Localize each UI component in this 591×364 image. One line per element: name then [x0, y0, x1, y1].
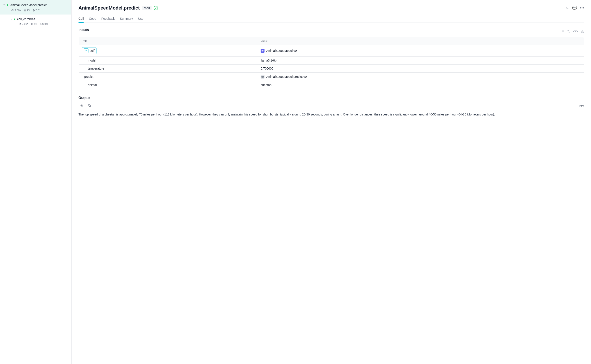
value-column-header: Value: [257, 37, 584, 45]
list-view-icon[interactable]: ≡: [562, 29, 564, 33]
more-options-icon[interactable]: •••: [580, 6, 584, 10]
path-cell-model: model: [79, 57, 258, 65]
path-cell-predict: › predict: [79, 73, 258, 81]
output-text: The top speed of a cheetah is approximat…: [79, 111, 584, 118]
path-cell-temperature: temperature: [79, 65, 258, 73]
clock-icon-child: ⏱: [19, 23, 21, 26]
self-value-text: AnimalSpeedModel:v0: [266, 49, 297, 52]
eye-icon[interactable]: ◎: [581, 29, 584, 34]
output-toolbar-icons: ✳ ⧉: [79, 103, 92, 109]
table-row-self: ∨ self AnimalSpeedMode: [79, 45, 584, 57]
predict-chevron-icon[interactable]: ›: [82, 75, 83, 78]
panel-header: AnimalSpeedModel.predict c5a8 ✓ ☺ 💬 •••: [79, 5, 584, 11]
value-cell-predict: AnimalSpeedModel.predict:v0: [257, 73, 584, 81]
inputs-table: Path Value ∨ self: [79, 37, 584, 89]
expand-icon[interactable]: ⇅: [567, 29, 570, 34]
table-row-predict: › predict AnimalSpeedM: [79, 73, 584, 81]
child-trace-title: call_cerebras: [17, 17, 35, 21]
child-trace-container: › ● call_cerebras ⏱ 2.00s ⊞ 93 $<0.01: [7, 14, 71, 28]
main-trace-cost: $<0.01: [33, 9, 41, 12]
main-trace-item[interactable]: ▾ ● AnimalSpeedModel.predict: [0, 0, 71, 8]
child-trace-time: ⏱ 2.00s: [19, 23, 28, 26]
table-row-model: model llama3.1-8b: [79, 57, 584, 65]
child-trace-cost: $<0.01: [40, 23, 48, 26]
self-path-cell: ∨ self: [82, 47, 97, 54]
self-label: self: [90, 49, 94, 52]
output-section: Output ✳ ⧉ Text The top speed of a cheet…: [79, 96, 584, 118]
tab-feedback[interactable]: Feedback: [101, 15, 115, 23]
main-trace-chevron[interactable]: ▾: [3, 3, 5, 6]
main-trace-time: ⏱ 3.00s: [11, 9, 21, 12]
table-row-temperature: temperature 0.700000: [79, 65, 584, 73]
predict-label: predict: [84, 75, 93, 78]
left-panel: ▾ ● AnimalSpeedModel.predict ⏱ 3.00s ⊞ 9…: [0, 0, 72, 364]
child-trace-meta: ⏱ 2.00s ⊞ 93 $<0.01: [7, 22, 71, 28]
main-trace-title: AnimalSpeedModel.predict: [10, 3, 47, 7]
main-trace-tokens: ⊞ 93: [24, 9, 29, 12]
panel-title-group: AnimalSpeedModel.predict c5a8 ✓: [79, 5, 158, 11]
clock-icon: ⏱: [11, 9, 14, 12]
code-view-icon[interactable]: </>: [573, 29, 578, 33]
tab-use[interactable]: Use: [138, 15, 144, 23]
panel-status-icon: ✓: [154, 6, 158, 10]
predict-icon: [261, 75, 264, 79]
output-toolbar: ✳ ⧉ Text: [79, 103, 584, 109]
main-trace-meta: ⏱ 3.00s ⊞ 93 $<0.01: [0, 8, 71, 14]
predict-value-text: AnimalSpeedModel.predict:v0: [266, 75, 307, 78]
predict-path-cell: › predict: [82, 75, 255, 78]
inputs-header: Inputs ≡ ⇅ </> ◎: [79, 28, 584, 35]
value-cell-model: llama3.1-8b: [257, 57, 584, 65]
sparkle-icon[interactable]: ✳: [79, 103, 85, 109]
child-trace-tokens: ⊞ 93: [31, 23, 37, 26]
tab-code[interactable]: Code: [89, 15, 96, 23]
inputs-section-title: Inputs: [79, 28, 89, 32]
predict-value-container: AnimalSpeedModel.predict:v0: [261, 75, 581, 79]
path-cell-animal: animal: [79, 81, 258, 89]
path-column-header: Path: [79, 37, 258, 45]
tabs-bar: Call Code Feedback Summary Use: [79, 15, 584, 23]
value-cell-animal: cheetah: [257, 81, 584, 89]
child-trace-chevron[interactable]: ›: [11, 18, 12, 21]
path-cell-self: ∨ self: [79, 45, 258, 57]
self-expand-button[interactable]: ∨: [84, 48, 88, 53]
self-value-container: AnimalSpeedModel:v0: [261, 49, 581, 53]
comment-icon[interactable]: 💬: [572, 6, 577, 10]
panel-actions: ☺ 💬 •••: [565, 6, 584, 10]
right-panel: AnimalSpeedModel.predict c5a8 ✓ ☺ 💬 ••• …: [72, 0, 591, 364]
tab-call[interactable]: Call: [79, 15, 84, 23]
token-icon: ⊞: [24, 9, 26, 12]
panel-title: AnimalSpeedModel.predict: [79, 5, 140, 11]
inputs-toolbar: ≡ ⇅ </> ◎: [562, 29, 584, 34]
smiley-icon[interactable]: ☺: [565, 6, 569, 10]
version-badge: c5a8: [142, 6, 151, 10]
value-cell-self: AnimalSpeedModel:v0: [257, 45, 584, 57]
inputs-section: Inputs ≡ ⇅ </> ◎ Path Value: [79, 28, 584, 89]
tab-summary[interactable]: Summary: [120, 15, 133, 23]
token-icon-child: ⊞: [31, 23, 33, 26]
child-trace-status: ●: [13, 17, 15, 21]
model-icon: [261, 49, 264, 53]
inputs-table-header: Path Value: [79, 37, 584, 45]
child-trace-item[interactable]: › ● call_cerebras: [7, 14, 71, 22]
table-row-animal: animal cheetah: [79, 81, 584, 89]
output-format-label: Text: [579, 104, 584, 107]
copy-icon[interactable]: ⧉: [86, 103, 92, 109]
main-trace-status: ●: [7, 3, 9, 7]
value-cell-temperature: 0.700000: [257, 65, 584, 73]
output-section-title: Output: [79, 96, 90, 100]
